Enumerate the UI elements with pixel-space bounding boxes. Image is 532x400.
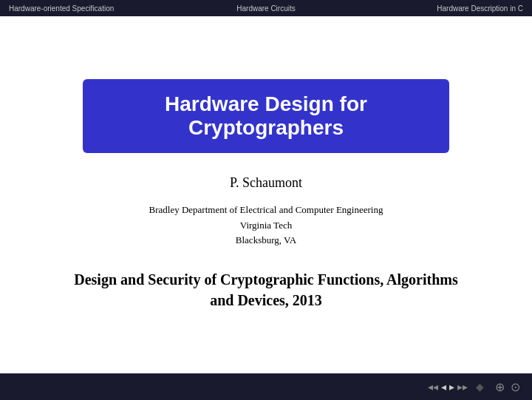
nav-center-label: Hardware Circuits <box>236 4 295 13</box>
subtitle-line1: Design and Security of Cryptographic Fun… <box>74 271 457 288</box>
author-name: P. Schaumont <box>230 175 302 191</box>
affiliation-line1: Bradley Department of Electrical and Com… <box>149 204 383 215</box>
nav-right-label: Hardware Description in C <box>437 4 523 13</box>
nav-controls: ◂◂ ◂ ▸ ▸▸ ◆ ⊕ ⊙ <box>428 380 520 394</box>
search-icon[interactable]: ⊙ <box>511 380 520 394</box>
nav-first-button[interactable]: ◂◂ <box>428 381 438 393</box>
nav-prev-button[interactable]: ◂ <box>441 381 446 393</box>
nav-next-button[interactable]: ▸ <box>449 381 454 393</box>
slide-title: Hardware Design for Cryptographers <box>112 92 420 140</box>
subtitle-line2: and Devices, 2013 <box>210 292 322 308</box>
affiliation-block: Bradley Department of Electrical and Com… <box>149 203 383 248</box>
subtitle-block: Design and Security of Cryptographic Fun… <box>74 269 457 311</box>
bottom-navigation-bar: ◂◂ ◂ ▸ ▸▸ ◆ ⊕ ⊙ <box>0 373 532 400</box>
title-banner: Hardware Design for Cryptographers <box>83 79 449 153</box>
nav-separator: ◆ <box>471 381 489 393</box>
affiliation-line3: Blacksburg, VA <box>236 234 296 245</box>
nav-left-label: Hardware-oriented Specification <box>9 4 114 13</box>
top-navigation-bar: Hardware-oriented Specification Hardware… <box>0 0 532 16</box>
nav-last-button[interactable]: ▸▸ <box>457 381 468 393</box>
affiliation-line2: Virginia Tech <box>240 220 292 231</box>
zoom-icon[interactable]: ⊕ <box>495 380 505 394</box>
slide-main-content: Hardware Design for Cryptographers P. Sc… <box>0 16 532 373</box>
